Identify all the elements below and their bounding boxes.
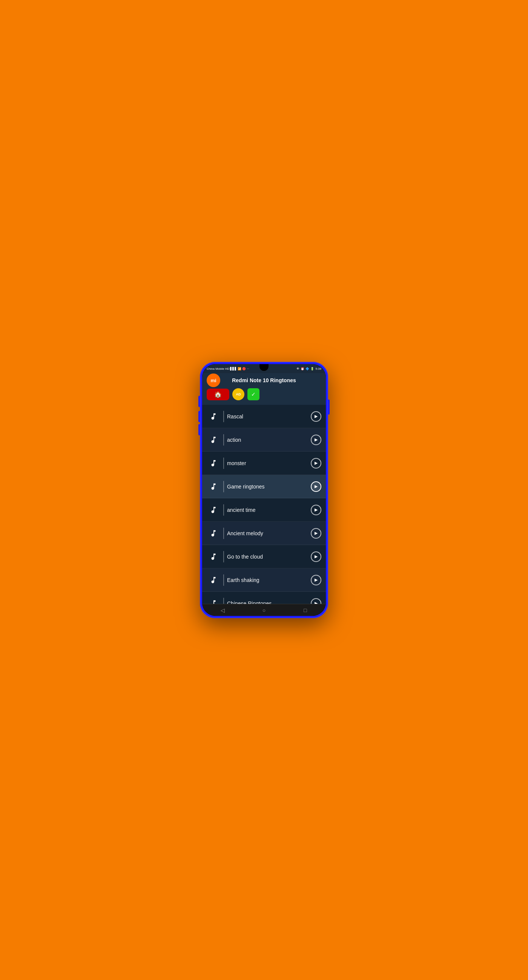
app-title: Redmi Note 10 Ringtones	[232, 377, 296, 384]
play-button[interactable]: ▶	[311, 505, 321, 515]
home-nav-icon: ○	[263, 607, 265, 613]
play-icon: ▶	[314, 414, 317, 419]
app-icon-small: 🔴	[242, 367, 246, 371]
music-note-icon	[207, 433, 220, 447]
song-item[interactable]: Ancient melody ▶	[202, 522, 326, 545]
play-button[interactable]: ▶	[311, 551, 321, 562]
play-icon: ▶	[314, 437, 317, 442]
network-text: HD	[225, 367, 230, 371]
play-icon: ▶	[314, 554, 317, 559]
song-divider	[223, 574, 224, 586]
recents-icon: □	[304, 607, 306, 613]
play-icon: ▶	[314, 484, 317, 489]
header-top: mi Redmi Note 10 Ringtones	[207, 377, 321, 384]
song-name: monster	[227, 460, 311, 466]
song-item[interactable]: Game ringtones ▶	[202, 475, 326, 498]
back-button[interactable]: ◁	[217, 606, 228, 614]
song-item[interactable]: Chinese Ringtones ▶	[202, 592, 326, 604]
carrier-text: China Mobile	[207, 367, 224, 371]
play-icon: ▶	[314, 578, 317, 582]
play-icon: ▶	[314, 508, 317, 512]
status-bar-left: China Mobile HD ▋▋▋ 📶 🔴 ···	[207, 367, 249, 371]
mi-logo[interactable]: mi	[207, 374, 220, 387]
battery-icon: 🔋	[310, 367, 314, 371]
song-divider	[223, 458, 224, 469]
music-note-icon	[207, 503, 220, 517]
play-icon: ▶	[314, 531, 317, 536]
play-button[interactable]: ▶	[311, 458, 321, 469]
music-note-icon	[207, 527, 220, 540]
song-item[interactable]: ancient time ▶	[202, 498, 326, 522]
song-name: Earth shaking	[227, 577, 311, 583]
song-item[interactable]: action ▶	[202, 428, 326, 452]
phone-frame: China Mobile HD ▋▋▋ 📶 🔴 ··· 👁 ⏰ 🔷 🔋 5:39…	[200, 362, 328, 618]
play-button[interactable]: ▶	[311, 598, 321, 604]
song-divider	[223, 551, 224, 562]
shield-badge[interactable]: ✓	[247, 388, 260, 400]
song-divider	[223, 481, 224, 492]
song-name: action	[227, 437, 311, 443]
music-note-icon	[207, 410, 220, 423]
play-button[interactable]: ▶	[311, 481, 321, 492]
music-note-icon	[207, 457, 220, 470]
song-name: Go to the cloud	[227, 554, 311, 560]
play-button[interactable]: ▶	[311, 528, 321, 539]
music-note-icon	[207, 480, 220, 493]
song-item[interactable]: Go to the cloud ▶	[202, 545, 326, 568]
song-item[interactable]: Earth shaking ▶	[202, 568, 326, 592]
ad-badge[interactable]: AD	[232, 388, 244, 400]
home-nav-button[interactable]: ○	[258, 606, 270, 614]
play-button[interactable]: ▶	[311, 411, 321, 422]
play-button[interactable]: ▶	[311, 575, 321, 585]
song-list: Rascal ▶ action ▶ monster ▶	[202, 405, 326, 604]
song-name: Rascal	[227, 414, 311, 420]
time-display: 5:39	[315, 367, 321, 371]
status-bar-right: 👁 ⏰ 🔷 🔋 5:39	[297, 367, 321, 371]
header-actions: 🏠 AD ✓	[207, 387, 321, 402]
song-item[interactable]: monster ▶	[202, 452, 326, 475]
bottom-navigation: ◁ ○ □	[202, 604, 326, 616]
eye-icon: 👁	[297, 367, 300, 371]
song-divider	[223, 598, 224, 604]
home-button[interactable]: 🏠	[207, 388, 229, 400]
song-divider	[223, 434, 224, 445]
more-icon: ···	[247, 367, 249, 371]
house-icon: 🏠	[214, 391, 222, 398]
song-name: ancient time	[227, 507, 311, 513]
song-name: Ancient melody	[227, 530, 311, 536]
play-icon: ▶	[314, 461, 317, 466]
app-header: mi Redmi Note 10 Ringtones 🏠 AD ✓	[202, 373, 326, 405]
phone-screen: China Mobile HD ▋▋▋ 📶 🔴 ··· 👁 ⏰ 🔷 🔋 5:39…	[202, 364, 326, 616]
recents-button[interactable]: □	[300, 606, 311, 614]
back-icon: ◁	[221, 607, 225, 613]
music-note-icon	[207, 597, 220, 604]
song-divider	[223, 411, 224, 422]
signal-bars: ▋▋▋	[230, 367, 237, 371]
song-divider	[223, 504, 224, 515]
song-name: Game ringtones	[227, 484, 311, 490]
play-icon: ▶	[314, 601, 317, 604]
song-item[interactable]: Rascal ▶	[202, 405, 326, 428]
bluetooth-icon: 🔷	[305, 367, 309, 371]
music-note-icon	[207, 573, 220, 587]
wifi-icon: 📶	[238, 367, 241, 371]
music-note-icon	[207, 550, 220, 563]
alarm-icon: ⏰	[301, 367, 305, 371]
song-divider	[223, 528, 224, 539]
song-name: Chinese Ringtones	[227, 600, 311, 604]
play-button[interactable]: ▶	[311, 434, 321, 445]
